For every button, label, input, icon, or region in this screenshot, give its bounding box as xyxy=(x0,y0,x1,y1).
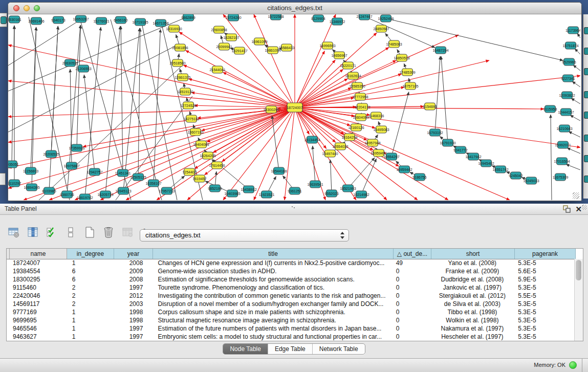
graph-node[interactable]: 9341772 xyxy=(453,146,467,154)
table-cell[interactable]: Corpus callosum shape and size in male p… xyxy=(153,308,393,316)
table-cell[interactable]: 5.3E-5 xyxy=(514,333,575,341)
memory-status-indicator[interactable] xyxy=(569,361,577,369)
graph-node[interactable]: 15438912 xyxy=(241,186,256,193)
graph-node[interactable]: 9227341 xyxy=(561,75,575,82)
graph-node[interactable]: 9115958 xyxy=(543,105,557,113)
table-cell[interactable]: 1997 xyxy=(114,283,153,292)
graph-node[interactable]: 12204172 xyxy=(354,103,370,111)
close-window-button[interactable] xyxy=(13,5,19,11)
tab-network-table[interactable]: Network Table xyxy=(313,344,365,354)
table-cell[interactable]: Nakamura et al. (1997) xyxy=(431,324,514,333)
table-cell[interactable]: 19384554 xyxy=(10,267,67,275)
graph-node[interactable]: 17016504 xyxy=(554,158,570,165)
graph-node[interactable]: 9360736 xyxy=(60,191,74,198)
table-row[interactable]: 2242004622012Investigating the contribut… xyxy=(7,292,575,300)
table-cell[interactable]: 18300295 xyxy=(10,275,67,283)
window-titlebar[interactable]: citations_edges.txt xyxy=(8,3,581,14)
table-cell[interactable]: Estimation of significance thresholds fo… xyxy=(153,275,393,283)
graph-node[interactable]: 16959442 xyxy=(396,166,412,173)
graph-node[interactable]: 14519130 xyxy=(177,88,193,95)
graph-node[interactable]: 9852199 xyxy=(208,185,222,192)
minimize-window-button[interactable] xyxy=(24,5,30,11)
graph-node[interactable]: 7619457 xyxy=(192,175,206,182)
table-selector-dropdown[interactable]: citations_edges.txt xyxy=(140,229,349,242)
graph-node[interactable]: 11346972 xyxy=(330,18,345,25)
graph-node[interactable]: 18316930 xyxy=(166,25,182,32)
column-header-title[interactable]: title xyxy=(153,249,394,259)
table-cell[interactable]: 1998 xyxy=(114,308,153,316)
table-row[interactable]: 1872400712008Changes of HCN gene express… xyxy=(7,259,575,267)
graph-node[interactable]: 16487294 xyxy=(432,47,448,54)
graph-node[interactable]: 9529966 xyxy=(562,58,576,65)
table-cell[interactable]: 2003 xyxy=(114,300,153,308)
column-header-name[interactable]: name xyxy=(10,249,67,259)
graph-node[interactable]: 9862899 xyxy=(181,14,195,21)
table-cell[interactable]: Tibbo et al. (1998) xyxy=(431,308,514,316)
graph-node[interactable]: 10975887 xyxy=(63,162,79,169)
graph-node[interactable]: 16791930 xyxy=(440,139,455,146)
table-cell[interactable]: 2009 xyxy=(114,267,153,275)
graph-node[interactable]: 16162634 xyxy=(345,72,361,79)
table-cell[interactable]: 5.3E-5 xyxy=(514,308,575,316)
table-cell[interactable]: Franke et al. (2009) xyxy=(431,267,514,275)
table-cell[interactable]: Structural magnetic resonance image aver… xyxy=(153,316,393,324)
graph-node[interactable]: 6466160 xyxy=(114,16,127,24)
graph-node[interactable]: 11468316 xyxy=(368,112,384,119)
tab-node-table[interactable]: Node Table xyxy=(223,344,268,354)
graph-node[interactable]: 11923521 xyxy=(259,191,275,198)
table-cell[interactable]: 5.3E-5 xyxy=(514,259,575,267)
graph-node[interactable]: 17485309 xyxy=(399,69,415,76)
graph-node[interactable]: 9552023 xyxy=(324,190,338,197)
table-cell[interactable]: Estimation of the future numbers of pati… xyxy=(153,324,393,333)
graph-node[interactable]: 8129904 xyxy=(311,15,325,22)
graph-node[interactable]: 10214982 xyxy=(353,191,369,198)
graph-node[interactable]: 12160126 xyxy=(348,124,364,131)
deselect-icon[interactable] xyxy=(64,226,77,239)
graph-node[interactable]: 18521993 xyxy=(340,185,356,192)
table-cell[interactable]: 0 xyxy=(393,283,431,292)
column-header-in_degree[interactable]: in_degree xyxy=(67,249,114,259)
table-cell[interactable]: 1 xyxy=(67,333,114,341)
graph-node[interactable]: 15992071 xyxy=(555,141,571,148)
graph-node[interactable]: 18417942 xyxy=(465,153,481,160)
table-row[interactable]: 1830029562008Estimation of significance … xyxy=(7,275,575,283)
table-cell[interactable]: 1 xyxy=(67,308,114,316)
graph-node[interactable]: 11173964 xyxy=(565,27,580,34)
graph-node[interactable]: 14656967 xyxy=(331,52,347,59)
graph-node[interactable]: 21206553 xyxy=(75,65,91,72)
table-cell[interactable]: Yano et al. (2008) xyxy=(431,259,514,267)
table-cell[interactable]: Disruption of a novel member of a sodium… xyxy=(153,300,393,308)
graph-node[interactable]: 20518580 xyxy=(169,59,185,67)
table-cell[interactable]: 0 xyxy=(393,324,431,333)
graph-node[interactable]: 17485083 xyxy=(386,40,402,48)
graph-node[interactable]: 16205719 xyxy=(97,191,113,198)
table-cell[interactable]: 5.3E-5 xyxy=(514,316,575,324)
table-cell[interactable]: 0 xyxy=(393,308,431,316)
table-cell[interactable]: 1 xyxy=(67,259,114,267)
table-cell[interactable]: Wolkin et al. (1998) xyxy=(431,316,514,324)
show-column-icon[interactable] xyxy=(26,226,39,239)
graph-node[interactable]: 18544188 xyxy=(271,167,287,174)
graph-node[interactable]: 15495083 xyxy=(373,126,389,133)
graph-node[interactable]: 12444157 xyxy=(558,108,574,116)
graph-node[interactable]: 16793192 xyxy=(427,129,443,136)
table-row[interactable]: 911546021997Tourette syndrome. Phenomeno… xyxy=(7,283,575,292)
graph-node[interactable]: 15722588 xyxy=(268,14,284,20)
graph-node[interactable]: 13291417 xyxy=(231,47,247,54)
graph-node[interactable]: 8103985 xyxy=(42,187,56,194)
table-cell[interactable]: 2 xyxy=(67,300,114,308)
graph-node[interactable]: 12093822 xyxy=(559,92,575,99)
graph-node[interactable]: 9186756 xyxy=(412,173,426,181)
table-cell[interactable]: 1998 xyxy=(114,316,153,324)
table-cell[interactable]: Investigating the contribution of common… xyxy=(153,292,393,300)
table-cell[interactable]: 2 xyxy=(67,283,114,292)
table-cell[interactable]: 2008 xyxy=(114,275,153,283)
graph-node[interactable]: 19252496 xyxy=(378,15,394,22)
graph-node[interactable]: 9110297 xyxy=(8,180,21,187)
table-cell[interactable]: 5.3E-5 xyxy=(514,283,575,292)
table-cell[interactable]: 5.6E-5 xyxy=(514,267,575,275)
graph-node[interactable]: 11675309 xyxy=(553,173,569,181)
graph-node[interactable]: 20099941 xyxy=(216,43,232,50)
graph-node[interactable]: 12942757 xyxy=(86,168,102,176)
graph-node[interactable]: 15586433 xyxy=(278,44,294,51)
